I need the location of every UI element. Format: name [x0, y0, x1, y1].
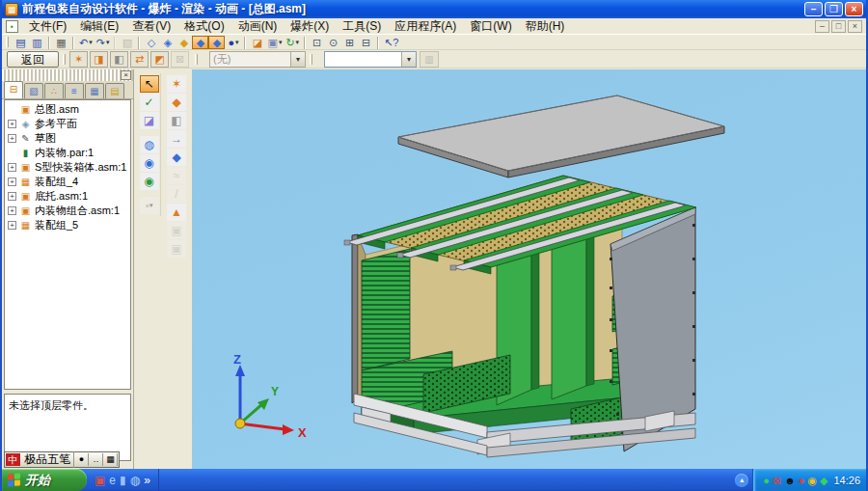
toolbar-grip[interactable]: [195, 54, 198, 65]
document-icon[interactable]: ▪: [6, 20, 18, 33]
menu-animation[interactable]: 动画(N): [231, 17, 285, 36]
tree-item[interactable]: + S型快装箱体.asm:1: [5, 160, 130, 175]
tray-qq-icon[interactable]: ☻: [784, 470, 796, 491]
ime-mode-icon[interactable]: 中: [6, 453, 20, 466]
tree-item[interactable]: + 装配组_5: [5, 218, 130, 232]
context-help-icon[interactable]: ↖?: [382, 36, 400, 49]
close-button[interactable]: ×: [845, 2, 863, 16]
window-b-icon[interactable]: ▣: [167, 240, 186, 258]
tray-user-icon[interactable]: ●: [763, 470, 770, 491]
child-restore-button[interactable]: □: [831, 20, 846, 33]
shaded-view-icon[interactable]: ◇: [143, 36, 159, 49]
back-button[interactable]: 返回: [7, 51, 59, 68]
tab-alternate-assemblies[interactable]: ▧: [24, 83, 43, 98]
expand-icon[interactable]: +: [8, 163, 16, 172]
tree-item[interactable]: + 装配组_4: [5, 175, 130, 189]
toolbar-grip[interactable]: [6, 37, 9, 47]
menu-file[interactable]: 文件(F): [22, 17, 73, 36]
tree-item[interactable]: + 参考平面: [5, 117, 130, 131]
menu-tools[interactable]: 工具(S): [336, 17, 388, 36]
restore-button[interactable]: ❐: [825, 2, 843, 16]
tab-assembly-tree[interactable]: ⊟: [4, 81, 23, 98]
erase-icon[interactable]: ◪: [140, 112, 159, 129]
collapse-icon[interactable]: ⊠: [171, 51, 189, 68]
expand-icon[interactable]: +: [8, 206, 16, 215]
pan-icon[interactable]: ⊟: [358, 36, 374, 49]
toolbar-grip[interactable]: [310, 54, 312, 65]
tree-item[interactable]: + 内装物.par:1: [5, 146, 130, 160]
menu-window[interactable]: 窗口(W): [463, 17, 518, 36]
render-wireframe-icon[interactable]: ◍: [140, 136, 159, 153]
more-tools-icon[interactable]: ▪: [140, 197, 159, 214]
start-button[interactable]: 开始: [2, 469, 87, 491]
quicklaunch-messenger-icon[interactable]: ▮: [120, 470, 126, 491]
menu-applications[interactable]: 应用程序(A): [388, 17, 463, 36]
tray-chevron-icon[interactable]: ▴: [735, 474, 748, 487]
ime-symbol-icon[interactable]: ‥: [90, 453, 103, 466]
toolbar-grip[interactable]: [63, 54, 66, 65]
display-configuration-combobox[interactable]: ▾: [324, 51, 417, 68]
refresh-icon[interactable]: ↻: [284, 36, 301, 49]
explode-order-icon[interactable]: ▲: [167, 204, 186, 221]
explode-icon[interactable]: ◨: [90, 51, 108, 68]
quicklaunch-overflow[interactable]: »: [144, 470, 150, 491]
application-button-icon[interactable]: ◪: [249, 36, 265, 49]
flow-line-icon[interactable]: →: [167, 130, 186, 148]
expand-icon[interactable]: +: [8, 192, 16, 201]
window-a-icon[interactable]: ▣: [167, 222, 186, 239]
expand-icon[interactable]: +: [8, 177, 16, 186]
unexplode-icon[interactable]: ◧: [110, 51, 128, 68]
menu-explode[interactable]: 爆炸(X): [284, 17, 336, 36]
bind-group-icon[interactable]: ≈: [167, 167, 186, 184]
paste-icon[interactable]: ▧: [119, 36, 135, 49]
configuration-combobox[interactable]: (无) ▾: [209, 51, 306, 68]
part-color-icon[interactable]: ◆: [176, 36, 192, 49]
menu-edit[interactable]: 编辑(E): [73, 17, 125, 36]
child-close-button[interactable]: ×: [848, 20, 862, 33]
3d-viewport[interactable]: Z Y X: [192, 69, 866, 469]
panel-close-icon[interactable]: ×: [121, 70, 131, 80]
tab-sensors[interactable]: ▦: [85, 83, 104, 98]
drag-component-icon[interactable]: ◩: [150, 51, 169, 68]
zoom-icon[interactable]: ⊙: [325, 36, 341, 49]
print-icon[interactable]: ▦: [53, 36, 69, 49]
undo-icon[interactable]: ↶: [77, 36, 95, 49]
child-minimize-button[interactable]: –: [815, 20, 829, 33]
auto-explode-icon[interactable]: ✶: [69, 51, 88, 68]
quicklaunch-media-icon[interactable]: ▣: [95, 470, 105, 491]
select-options-icon[interactable]: ✓: [140, 94, 159, 111]
tree-item[interactable]: + 总图.asm: [5, 102, 130, 117]
reposition-icon[interactable]: ◧: [167, 112, 186, 129]
ime-punctuation-icon[interactable]: ●: [75, 453, 89, 466]
menu-help[interactable]: 帮助(H): [519, 17, 572, 36]
tab-library[interactable]: ▤: [105, 83, 124, 98]
bind-icon[interactable]: ⇄: [130, 51, 149, 68]
zoom-area-icon[interactable]: ⊡: [309, 36, 325, 49]
ime-name[interactable]: 极品五笔: [21, 451, 74, 468]
menu-view[interactable]: 查看(V): [125, 17, 177, 36]
tree-item[interactable]: + 内装物组合.asm:1: [5, 204, 130, 218]
flow-path-icon[interactable]: /: [167, 185, 186, 203]
save-icon[interactable]: ▤: [13, 36, 29, 49]
expand-icon[interactable]: +: [8, 134, 16, 143]
render-shaded-edges-icon[interactable]: ◉: [140, 173, 159, 190]
tree-item[interactable]: + 草图: [5, 131, 130, 146]
explode-auto-icon[interactable]: ✶: [167, 75, 186, 93]
3d-model-scene[interactable]: Z Y X: [192, 69, 868, 469]
tab-layers[interactable]: ≡: [65, 83, 84, 98]
redo-icon[interactable]: ↷: [95, 36, 112, 49]
tray-security-icon[interactable]: ●: [799, 470, 805, 491]
render-shaded-icon[interactable]: ◉: [140, 154, 159, 172]
modify-explode-icon[interactable]: ◆: [167, 149, 186, 166]
iso-view-icon[interactable]: ◆: [192, 36, 208, 49]
minimize-button[interactable]: –: [804, 2, 823, 16]
fit-view-icon[interactable]: ⊞: [341, 36, 358, 49]
menu-format[interactable]: 格式(O): [177, 17, 231, 36]
expand-icon[interactable]: +: [8, 221, 16, 230]
save-as-icon[interactable]: ▥: [29, 36, 45, 49]
wireframe-view-icon[interactable]: ◈: [159, 36, 176, 49]
view-orientation-icon[interactable]: ●: [225, 36, 241, 49]
expand-icon[interactable]: +: [8, 120, 16, 128]
window-layout-icon[interactable]: ▣: [265, 36, 284, 49]
tray-coin-icon[interactable]: ◉: [807, 470, 817, 491]
